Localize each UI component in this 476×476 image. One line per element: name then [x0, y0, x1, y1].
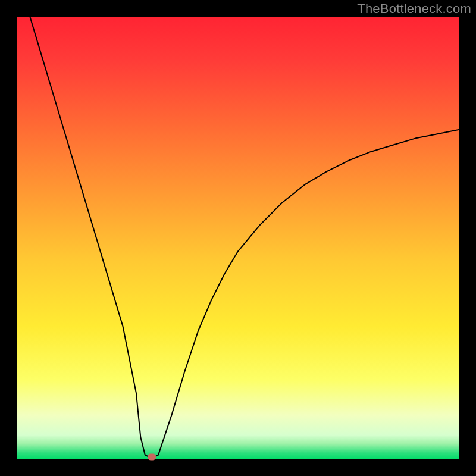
- watermark-text: TheBottleneck.com: [357, 1, 471, 17]
- optimal-point-marker: [148, 454, 156, 461]
- bottleneck-curve: [17, 17, 459, 459]
- plot-area: [17, 17, 459, 459]
